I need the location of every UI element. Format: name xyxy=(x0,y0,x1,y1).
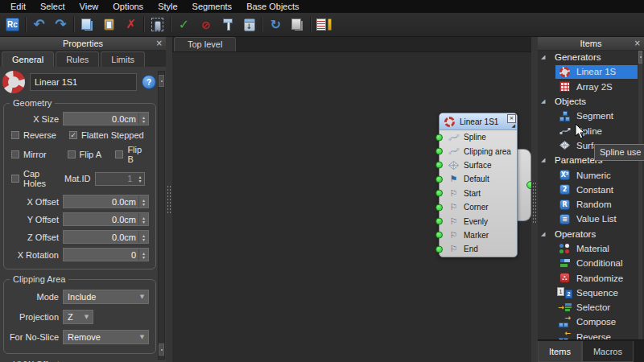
menu-style[interactable]: Style xyxy=(151,1,184,12)
mode-dropdown[interactable]: Include▼ xyxy=(63,290,149,304)
input-port-dot[interactable] xyxy=(436,148,443,155)
node-editor-canvas[interactable]: Top level Linear 1S1 × ◢ SplineClipping … xyxy=(172,37,531,362)
tab-macros[interactable]: Macros xyxy=(582,341,634,362)
menu-segments[interactable]: Segments xyxy=(185,1,240,12)
input-port-dot[interactable] xyxy=(436,162,443,169)
expand-triangle-icon[interactable]: ◢ xyxy=(538,157,550,163)
tree-item-random[interactable]: RRandom xyxy=(538,197,644,212)
checkbox-mirror[interactable] xyxy=(11,150,19,158)
for-no-slice-dropdown[interactable]: Remove▼ xyxy=(63,330,149,344)
help-icon[interactable]: ? xyxy=(142,75,156,89)
paste-button[interactable] xyxy=(99,15,119,34)
undo-button[interactable]: ↶ xyxy=(29,15,49,34)
mode-value: Include xyxy=(68,292,96,302)
node-header[interactable]: Linear 1S1 × ◢ xyxy=(440,113,517,130)
scrollbar-thumb[interactable] xyxy=(159,75,164,87)
input-port-dot[interactable] xyxy=(436,232,443,239)
array-generator-icon xyxy=(558,81,572,92)
tree-group-operators[interactable]: ◢Operators xyxy=(538,227,644,241)
spinner[interactable]: ▴▾ xyxy=(138,231,148,243)
spinner[interactable]: ▴▾ xyxy=(138,213,148,225)
menu-edit[interactable]: Edit xyxy=(3,1,33,12)
tree-item-constant[interactable]: 2Constant xyxy=(538,183,644,197)
properties-scrollbar[interactable] xyxy=(158,71,165,360)
input-port-dot[interactable] xyxy=(436,134,443,141)
spinner[interactable]: ▴▾ xyxy=(138,113,148,125)
tree-item-conditional[interactable]: Conditional xyxy=(538,256,644,270)
forbid-icon: ⊘ xyxy=(199,19,213,31)
x-size-field[interactable]: 0.0cm ▴▾ xyxy=(63,112,149,125)
input-port-dot[interactable] xyxy=(436,190,443,197)
tree-item-linear-1s[interactable]: Linear 1S xyxy=(538,64,644,79)
export-button[interactable] xyxy=(287,15,308,34)
items-titlebar[interactable]: Items × xyxy=(538,37,644,51)
input-port-dot[interactable] xyxy=(436,245,443,253)
toolbar-separator xyxy=(262,17,263,32)
input-port-dot[interactable] xyxy=(436,204,443,211)
discard-button[interactable]: ⊘ xyxy=(196,15,216,34)
tree-item-sequence[interactable]: 12Sequence xyxy=(538,286,644,300)
pin-top-button[interactable] xyxy=(217,15,237,34)
z-offset-field[interactable]: 0.0cm▴▾ xyxy=(63,230,149,244)
menu-base-objects[interactable]: Base Objects xyxy=(239,1,306,12)
tree-item-compose[interactable]: →Compose xyxy=(538,315,644,329)
checkbox-flip-a[interactable] xyxy=(68,150,76,158)
pin-bottom-button[interactable]: ↓ xyxy=(239,15,259,34)
close-icon[interactable]: × xyxy=(156,38,163,48)
style-name-input[interactable] xyxy=(30,73,137,91)
collapse-triangle-icon[interactable]: ◢ xyxy=(511,122,515,128)
checkbox-flip-b[interactable] xyxy=(115,150,123,158)
input-port-dot[interactable] xyxy=(436,218,443,225)
scrollbar-thumb[interactable] xyxy=(638,51,642,64)
linear-generator-node[interactable]: Linear 1S1 × ◢ SplineClipping areaSurfac… xyxy=(439,113,518,257)
tree-item-numeric[interactable]: X²Numeric xyxy=(538,167,644,182)
checkbox-cap-holes[interactable] xyxy=(11,175,19,183)
right-splitter[interactable] xyxy=(531,37,538,362)
scrollbar-thumb[interactable] xyxy=(159,343,164,356)
tree-item-randomize[interactable]: ∴Randomize xyxy=(538,270,644,285)
left-splitter[interactable] xyxy=(166,37,172,362)
tree-group-objects[interactable]: ◢Objects xyxy=(538,94,644,109)
output-port-dot[interactable] xyxy=(526,181,531,189)
expand-triangle-icon[interactable]: ◢ xyxy=(538,98,550,105)
refresh-button[interactable]: ↻ xyxy=(266,15,286,34)
tree-item-value-list[interactable]: ≡Value List xyxy=(538,212,644,226)
tree-item-array-2s[interactable]: Array 2S xyxy=(538,80,644,94)
items-scrollbar[interactable] xyxy=(638,51,642,340)
input-port-dot[interactable] xyxy=(436,175,443,183)
tree-item-selector[interactable]: →Selector xyxy=(538,300,644,315)
properties-titlebar[interactable]: Properties × xyxy=(0,37,166,51)
delete-button[interactable]: ✗ xyxy=(121,15,141,34)
spinner[interactable]: ▴▾ xyxy=(138,249,148,261)
tree-item-spline[interactable]: Spline xyxy=(538,123,644,138)
apply-button[interactable]: ✓ xyxy=(174,15,194,34)
expand-triangle-icon[interactable]: ◢ xyxy=(538,231,550,237)
tab-rules[interactable]: Rules xyxy=(56,51,99,67)
projection-dropdown[interactable]: Z▼ xyxy=(63,310,93,324)
menu-view[interactable]: View xyxy=(72,1,106,12)
tab-top-level[interactable]: Top level xyxy=(174,37,236,51)
checkbox-flatten-stepped[interactable]: ✓ xyxy=(69,131,77,139)
checkbox-reverse[interactable] xyxy=(11,131,19,139)
purge-button[interactable] xyxy=(147,15,167,34)
tab-items[interactable]: Items xyxy=(538,341,582,362)
expand-triangle-icon[interactable]: ◢ xyxy=(538,54,550,60)
x-rotation-field[interactable]: 0▴▾ xyxy=(63,248,149,261)
spinner[interactable]: ▴▾ xyxy=(138,195,148,208)
menu-options[interactable]: Options xyxy=(105,1,151,12)
tab-limits[interactable]: Limits xyxy=(101,51,145,67)
copy-button[interactable] xyxy=(77,15,97,34)
tree-item-segment[interactable]: Segment xyxy=(538,109,644,123)
tree-group-generators[interactable]: ◢Generators xyxy=(538,50,644,64)
tab-general[interactable]: General xyxy=(2,51,54,67)
mat-id-field[interactable]: 1 ▴▾ xyxy=(95,172,145,186)
notes-button[interactable] xyxy=(314,15,334,34)
redo-button[interactable]: ↷ xyxy=(51,15,71,34)
close-icon[interactable]: × xyxy=(634,38,641,48)
railclone-logo-button[interactable]: Rc xyxy=(2,15,23,34)
spinner[interactable]: ▴▾ xyxy=(134,173,144,185)
y-offset-field[interactable]: 0.0cm▴▾ xyxy=(63,212,149,226)
menu-select[interactable]: Select xyxy=(33,1,72,12)
tree-item-material[interactable]: Material xyxy=(538,241,644,256)
x-offset-field[interactable]: 0.0cm▴▾ xyxy=(63,195,149,208)
